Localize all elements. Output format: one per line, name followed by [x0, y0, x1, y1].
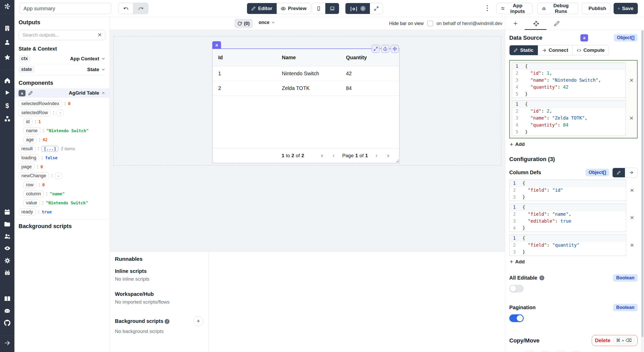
column-header[interactable]: Id [213, 55, 276, 61]
output-row[interactable]: page: 0 [19, 162, 105, 171]
all-editable-toggle[interactable] [509, 285, 524, 292]
discord-icon[interactable] [3, 307, 12, 315]
table-cell[interactable]: 2 [213, 85, 276, 91]
styling-brush-tab[interactable] [546, 21, 567, 26]
output-value[interactable]: [...] [41, 146, 58, 152]
editor-tab[interactable]: Editor [247, 3, 277, 14]
prev-page-icon[interactable] [331, 153, 336, 158]
mobile-view-button[interactable] [312, 3, 325, 14]
static-mode-button[interactable]: Static [510, 45, 538, 55]
workspace-icon[interactable] [3, 24, 12, 33]
add-column-button[interactable]: Add [509, 259, 525, 265]
ctx-row[interactable]: ctx App Context [19, 53, 105, 64]
table-cell[interactable]: Zelda TOTK [276, 85, 340, 91]
compute-mode-button[interactable]: Compute [573, 45, 609, 55]
debug-outline-button[interactable]: |o| i [345, 3, 370, 14]
output-row[interactable]: selectedRow: - [19, 108, 105, 117]
groups-users-icon[interactable] [3, 232, 12, 241]
save-button[interactable]: Save [614, 3, 638, 14]
output-row[interactable]: id: 1 [19, 117, 105, 126]
ai-robot-icon[interactable] [3, 268, 12, 277]
output-row[interactable]: value: "Nintendo Switch" [19, 198, 105, 207]
json-editor[interactable]: 1{ 2 "field": "name", 3 "editable": true… [509, 204, 626, 232]
connect-mode-arrow-icon[interactable] [625, 168, 637, 177]
github-icon[interactable] [3, 319, 12, 327]
collapse-arrow-icon[interactable] [3, 339, 12, 347]
table-cell[interactable]: 1 [213, 71, 276, 77]
undo-button[interactable] [119, 3, 133, 14]
last-page-icon[interactable] [385, 153, 390, 158]
panel-scrollbar[interactable] [641, 30, 644, 352]
table-cell[interactable]: 42 [340, 71, 399, 77]
json-editor[interactable]: 1{ 2 "id": 1, 3 "name": "Nintendo Switch… [512, 63, 626, 98]
column-header[interactable]: Quantity [340, 55, 399, 61]
output-row[interactable]: result: [...] 2 items [19, 144, 105, 153]
favorites-star-icon[interactable] [3, 53, 12, 62]
desktop-view-button[interactable] [325, 3, 339, 14]
debug-runs-button[interactable]: Debug Runs [537, 3, 578, 14]
publish-button[interactable]: Publish [582, 3, 611, 14]
app-canvas[interactable]: a Id Name Quantity 1 Nintendo Switch [110, 30, 505, 252]
remove-column-icon[interactable] [626, 215, 638, 220]
expand-component-icon[interactable] [372, 45, 380, 53]
resources-cubes-icon[interactable] [3, 114, 12, 123]
scrollbar-thumb[interactable] [641, 30, 643, 337]
output-row[interactable]: ready: true [19, 207, 105, 216]
add-background-script-button[interactable] [193, 316, 203, 326]
remove-column-icon[interactable] [626, 188, 638, 193]
add-data-item-button[interactable]: Add [509, 141, 525, 147]
connect-mode-button[interactable]: Connect [538, 45, 573, 55]
output-row[interactable]: row: 0 [19, 180, 105, 189]
table-cell[interactable]: 84 [340, 85, 399, 91]
first-page-icon[interactable] [320, 153, 325, 158]
json-editor[interactable]: 1{ 2 "id": 2, 3 "name": "Zelda TOTK", 4 … [512, 100, 626, 136]
runs-play-icon[interactable] [3, 88, 12, 97]
table-row[interactable]: 1 Nintendo Switch 42 [213, 66, 399, 81]
windmill-logo-icon[interactable] [3, 2, 12, 11]
folders-icon[interactable] [3, 220, 12, 229]
docs-book-icon[interactable] [3, 294, 12, 303]
output-row[interactable]: column: "name" [19, 189, 105, 198]
output-row[interactable]: name: "Nintendo Switch" [19, 126, 105, 135]
edit-mode-pencil-icon[interactable] [613, 168, 625, 177]
next-page-icon[interactable] [374, 153, 379, 158]
output-row[interactable]: age: 42 [19, 135, 105, 144]
delete-component-button[interactable]: Delete ⌘ + ⌫ [592, 335, 638, 346]
variables-dollar-icon[interactable]: $ [3, 101, 12, 110]
app-summary-input[interactable] [20, 3, 111, 14]
json-editor[interactable]: 1{ 2 "field": "id" 3} [509, 180, 626, 201]
resize-handle[interactable] [396, 160, 399, 162]
state-row[interactable]: state State [19, 64, 105, 75]
schedules-calendar-icon[interactable] [3, 208, 12, 216]
move-component-icon[interactable] [391, 45, 399, 53]
aggrid-table-component[interactable]: a Id Name Quantity 1 Nintendo Switch [212, 48, 400, 163]
remove-item-icon[interactable] [626, 78, 637, 83]
home-icon[interactable] [3, 76, 12, 85]
table-cell[interactable]: Nintendo Switch [276, 71, 340, 77]
audit-eye-icon[interactable] [3, 244, 12, 253]
schedule-dropdown[interactable]: once [259, 20, 275, 25]
table-row[interactable]: 2 Zelda TOTK 84 [213, 81, 399, 96]
hide-bar-checkbox[interactable] [427, 21, 433, 26]
user-icon[interactable] [3, 38, 12, 47]
component-id-badge[interactable]: a [212, 41, 221, 49]
insert-component-tab[interactable] [505, 21, 526, 26]
remove-item-icon[interactable] [626, 116, 637, 121]
output-row[interactable]: loading: false [19, 153, 105, 162]
chevron-up-icon[interactable] [101, 91, 105, 95]
redo-button[interactable] [133, 3, 148, 14]
preview-tab[interactable]: Preview [277, 3, 311, 14]
remove-column-icon[interactable] [626, 243, 638, 248]
search-outputs-input[interactable] [19, 30, 105, 40]
refresh-button[interactable]: (0) [234, 19, 253, 28]
json-editor[interactable]: 1{ 2 "field": "quantity" 3} [509, 234, 626, 256]
output-row[interactable]: newChange: - [19, 171, 105, 180]
kebab-menu-icon[interactable]: ⋮ [484, 5, 491, 12]
clear-search-icon[interactable] [97, 32, 102, 37]
anchor-component-icon[interactable] [381, 45, 389, 53]
component-header-row[interactable]: a AgGrid Table [14, 88, 109, 98]
settings-gear-icon[interactable] [3, 256, 12, 265]
fullscreen-button[interactable] [370, 3, 383, 14]
component-settings-tab[interactable] [526, 20, 546, 26]
app-inputs-button[interactable]: App inputs [496, 3, 532, 14]
